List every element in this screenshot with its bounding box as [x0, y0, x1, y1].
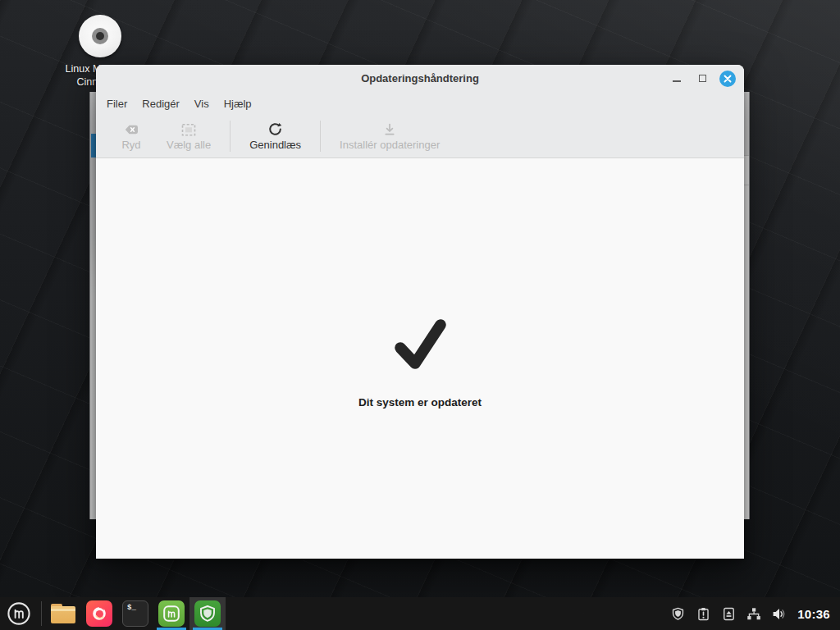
window-controls [669, 65, 736, 92]
select-all-button[interactable]: Vælg alle [155, 118, 222, 154]
panel-separator [41, 601, 42, 626]
minimize-icon [673, 80, 681, 82]
launcher-update-manager[interactable] [189, 597, 226, 630]
menu-filer[interactable]: Filer [99, 94, 135, 113]
mint-menu-button[interactable] [0, 597, 38, 630]
minimize-button[interactable] [669, 71, 685, 87]
menu-hjaelp[interactable]: Hjælp [217, 94, 259, 113]
update-manager-window: Opdateringshåndtering Filer Redigér Vis … [96, 65, 744, 559]
toolbar-separator [320, 121, 321, 152]
status-message: Dit system er opdateret [358, 396, 482, 409]
terminal-icon: $_ [122, 600, 148, 627]
menubar: Filer Redigér Vis Hjælp [96, 92, 744, 115]
background-window-left-edge[interactable] [89, 92, 96, 519]
window-title: Opdateringshåndtering [96, 72, 744, 84]
mint-logo-icon [7, 601, 31, 626]
select-all-icon [181, 121, 196, 137]
clear-icon [124, 121, 139, 137]
system-tray: 10:36 [670, 606, 840, 621]
close-button[interactable] [719, 71, 736, 87]
refresh-button[interactable]: Genindlæs [238, 118, 313, 154]
clear-button[interactable]: Ryd [107, 118, 155, 154]
launcher-software-manager[interactable] [153, 597, 189, 630]
launcher-terminal[interactable]: $_ [117, 597, 153, 630]
menu-vis[interactable]: Vis [187, 94, 217, 113]
toolbar: Ryd Vælg alle Genindlæs [96, 115, 744, 158]
tray-update-shield-icon[interactable] [670, 606, 685, 621]
taskbar-clock[interactable]: 10:36 [797, 607, 830, 621]
install-updates-icon [382, 121, 397, 137]
refresh-icon [267, 121, 283, 137]
tray-network-icon[interactable] [746, 606, 761, 621]
update-status-panel: Dit system er opdateret [96, 158, 744, 559]
cd-disc-icon [79, 15, 121, 57]
close-icon [719, 71, 736, 87]
software-manager-icon [158, 600, 185, 627]
maximize-button[interactable] [694, 71, 710, 87]
tray-removable-media-icon[interactable] [721, 606, 736, 621]
menu-rediger[interactable]: Redigér [135, 94, 187, 113]
toolbar-separator [230, 121, 231, 152]
update-manager-shield-icon [194, 600, 221, 627]
launcher-file-manager[interactable] [45, 597, 81, 630]
install-updates-button[interactable]: Installér opdateringer [328, 118, 451, 154]
firefox-icon [86, 600, 112, 627]
maximize-icon [699, 75, 706, 82]
folder-icon [50, 600, 76, 627]
tray-volume-icon[interactable] [772, 606, 787, 621]
titlebar[interactable]: Opdateringshåndtering [96, 65, 744, 92]
tray-clipboard-warning-icon[interactable] [696, 606, 710, 621]
checkmark-icon [386, 309, 454, 377]
background-window-right-edge[interactable] [744, 92, 750, 519]
taskbar: $_ [0, 597, 840, 630]
launcher-firefox[interactable] [81, 597, 117, 630]
